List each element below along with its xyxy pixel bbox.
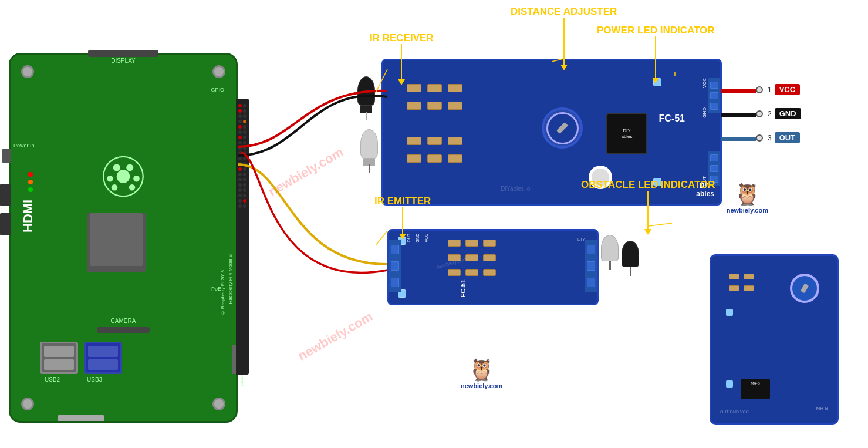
svg-point-4: [133, 176, 140, 182]
b-resistor-7: [448, 269, 461, 276]
standalone-ic: MH-B: [741, 379, 770, 399]
mhb-label: MH-B: [816, 406, 828, 411]
svg-point-3: [107, 176, 113, 182]
b-resistor-3: [483, 240, 496, 247]
pin1-vcc: 1 VCC: [768, 84, 800, 95]
usbc-port: [2, 149, 11, 163]
pin3-number: 3: [768, 134, 772, 142]
vcc-badge: VCC: [775, 84, 800, 95]
svg-point-1: [113, 164, 120, 171]
ir-emitter-label: IR EMITTER: [374, 196, 431, 240]
resistor-1: [407, 84, 421, 92]
connector-pads-top: [708, 78, 720, 113]
power-led-indicator-label: POWER LED INDICATOR: [597, 25, 715, 83]
camera-label: CAMERA: [111, 318, 136, 324]
usb2-label: USB2: [45, 376, 60, 383]
standalone-pot: [790, 274, 819, 303]
gnd-text-top: GND: [702, 107, 707, 118]
pin-wire-blue: [721, 137, 756, 141]
ram-chip: [90, 213, 143, 266]
standalone-resistor-2: [744, 274, 754, 279]
rpi-model-label: Raspberry Pi 4 Model B: [228, 254, 233, 304]
rpi-logo: [102, 154, 146, 198]
connector-pads-bottom-module: [389, 240, 401, 292]
standalone-led-2: [726, 380, 733, 388]
pin1-number: 1: [768, 86, 772, 94]
ir-receiver-label: IR RECEIVER: [370, 32, 434, 85]
standalone-resistor-3: [729, 285, 739, 291]
standalone-led-1: [726, 309, 733, 316]
mount-hole-bl: [21, 398, 34, 410]
usb2-port: [40, 342, 78, 374]
mount-hole-tl: [21, 65, 34, 78]
diagram-container: newbiely.com newbiely.com newbiely.com n…: [0, 0, 868, 448]
resistor-4: [407, 102, 421, 110]
display-label: DISPLAY: [111, 58, 136, 64]
pin3-out: 3 OUT: [768, 132, 800, 143]
resistor-10: [407, 154, 421, 163]
usb3-port: [84, 342, 122, 374]
resistor-5: [427, 102, 442, 110]
diy-board-watermark: DIYables.io: [501, 186, 530, 192]
yellow-wire: [238, 164, 387, 264]
svg-point-6: [129, 184, 136, 191]
resistor-9: [448, 137, 462, 145]
diy-label-bottom: DIY: [577, 237, 585, 242]
gnd-badge: GND: [775, 108, 801, 119]
red-wire-bottom: [241, 153, 387, 272]
ir-emitter-led: [358, 129, 380, 164]
resistor-8: [427, 137, 442, 145]
resistor-3: [448, 84, 462, 92]
b-resistor-6: [483, 254, 496, 261]
watermark-3: newbiely.com: [266, 144, 346, 200]
mount-hole-tr: [212, 65, 225, 78]
resistor-11: [427, 154, 442, 163]
svg-point-7: [117, 170, 130, 183]
microsd-slot: [58, 415, 104, 421]
owl-logo-bottom: 🦉 newbiely.com: [461, 358, 502, 389]
pin-circle-2: [756, 110, 763, 117]
fc51-label-top: FC-51: [659, 113, 685, 124]
standalone-resistor-1: [729, 274, 739, 279]
camera-connector: [97, 327, 150, 333]
owl-logo-right: 🦉 newbiely.com: [727, 182, 768, 214]
potentiometer: [542, 107, 583, 149]
b-resistor-2: [465, 240, 478, 247]
svg-point-2: [126, 164, 133, 171]
ir-led-right-2: [619, 241, 641, 273]
mount-hole-br: [212, 398, 225, 410]
sensor-bottom-module: FC-51 DIY OUT GND VCC newbiely.com: [387, 229, 599, 305]
obstacle-led-indicator-label: OBSTACLE LED INDICATOR: [581, 179, 715, 235]
b-resistor-8: [465, 269, 478, 276]
hdmi-port-1: [0, 184, 11, 206]
standalone-sensor: MH-B MH-B OUT GND VCC: [710, 254, 839, 425]
pin2-number: 2: [768, 110, 772, 118]
pin2-gnd: 2 GND: [768, 108, 801, 119]
display-connector: [88, 50, 158, 57]
connector-pads-right-bottom: [585, 240, 597, 292]
pin-wire-red: [721, 89, 756, 93]
out-badge: OUT: [775, 132, 800, 143]
resistor-12: [448, 154, 462, 163]
usb3-label: USB3: [87, 376, 102, 383]
standalone-resistor-4: [744, 285, 754, 291]
power-leds: [28, 172, 33, 192]
svg-point-5: [112, 184, 118, 191]
resistor-2: [427, 84, 442, 92]
ir-led-right-1: [599, 235, 621, 267]
b-resistor-1: [448, 240, 461, 247]
hdmi-label: HDMI: [21, 200, 36, 233]
rpi-copyright: © Raspberry Pi 2018: [220, 270, 225, 315]
b-resistor-9: [483, 269, 496, 276]
pin-circle-1: [756, 86, 763, 93]
pin-wire-black: [721, 113, 756, 117]
standalone-board-text: OUT GND VCC: [720, 410, 749, 414]
raspberry-pi-board: DISPLAY CAMERA HDMI: [9, 53, 238, 423]
gpio-header: [236, 99, 249, 375]
watermark-4: newbiely.com: [295, 309, 376, 364]
fc51-label-bottom: FC-51: [460, 279, 467, 298]
power-in-label: Power In: [13, 143, 35, 149]
pin-circle-3: [756, 134, 763, 142]
main-ic: DIYables: [606, 113, 647, 154]
hdmi-port-2: [0, 213, 11, 235]
